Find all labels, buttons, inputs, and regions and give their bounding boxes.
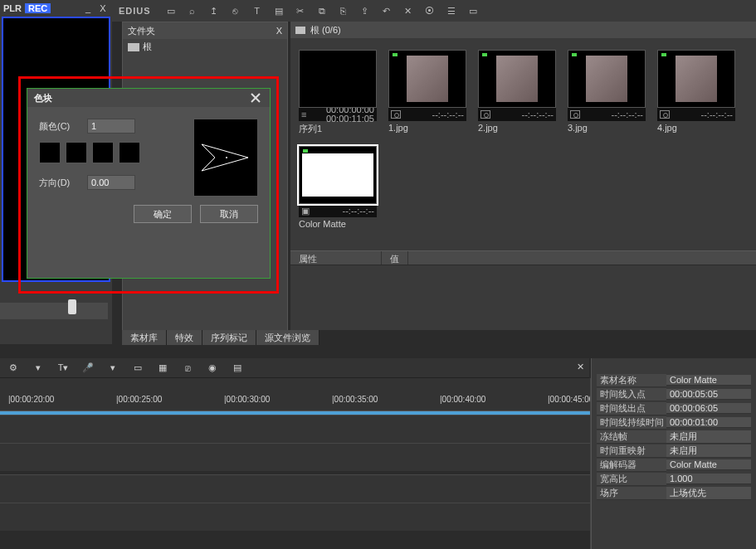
time-tick: |00:00:35:00 [332,395,378,404]
thumb-frame[interactable] [478,50,556,108]
layers-icon[interactable]: ▤ [272,4,285,17]
sequence-icon: ≡ [301,109,306,119]
color-swatch-4[interactable] [119,142,140,163]
bin-thumb[interactable]: --:--:--:--2.jpg [478,50,556,134]
undo-icon[interactable]: ↶ [380,4,393,17]
thumb-frame[interactable] [299,50,377,108]
thumb-frame[interactable] [388,50,466,108]
dialog-title: 色块 [34,92,52,104]
scissors-icon[interactable]: ✂ [294,4,307,17]
bin-tab[interactable]: 素材库 [122,330,167,345]
transform-icon[interactable]: ⎋ [229,4,242,17]
cancel-button[interactable]: 取消 [200,205,258,223]
info-row: 时间重映射未启用 [597,444,751,458]
info-value: 未启用 [666,445,751,458]
thumb-info: --:--:--:-- [657,108,735,121]
grid-icon[interactable]: ▦ [156,362,169,375]
mic-icon[interactable]: 🎤 [81,362,95,375]
bin-tab[interactable]: 特效 [167,330,202,345]
color-swatch-3[interactable] [92,142,114,163]
thumb-label: 1.jpg [388,123,466,134]
bin-thumb[interactable]: --:--:--:--1.jpg [388,50,466,134]
bin-header: 根 (0/6) [290,22,756,38]
online-dot [482,53,487,56]
record-icon[interactable]: ◉ [206,362,219,375]
bin-tab[interactable]: 源文件浏览 [256,330,319,345]
folder-root-item[interactable]: 根 [123,39,287,55]
cut-icon[interactable]: ✕ [402,4,415,17]
color-swatch-2[interactable] [66,142,87,163]
svg-point-1 [226,157,227,158]
thumb-frame[interactable] [568,50,646,108]
text-tool-icon[interactable]: T▾ [56,362,70,375]
info-row: 场序上场优先 [597,486,751,500]
track-a2[interactable] [0,503,590,531]
thumb-info: --:--:--:-- [568,108,646,121]
thumb-timecode: --:--:--:-- [432,109,464,119]
text-icon[interactable]: T [251,4,264,17]
sliders-icon[interactable]: ⎚ [181,362,194,375]
dialog-titlebar[interactable]: 色块 [27,89,270,107]
folder-panel-close[interactable]: X [276,26,282,36]
timeline-close-button[interactable]: ✕ [577,362,584,372]
bin-thumb[interactable]: ≡00:00:00:0000:00:11:05序列1 [299,50,377,134]
time-tick: |00:00:40:00 [440,395,485,404]
property-header-row: 属性 值 [290,250,756,265]
color-swatch-row [39,142,185,163]
thumb-info: ▣--:--:--:-- [299,204,377,217]
options-icon[interactable]: ▭ [466,4,480,17]
bin-thumb[interactable]: --:--:--:--3.jpg [568,50,646,134]
thumb-image [676,56,717,102]
time-tick: |00:00:30:00 [224,395,270,404]
bin-tabs: 素材库特效序列标记源文件浏览 [122,330,756,345]
gear-icon[interactable]: ⚙ [7,362,20,375]
align-icon[interactable]: ☰ [445,4,458,17]
zoom-slider-handle[interactable] [68,299,76,314]
top-toolbar: EDIUS ▭ ⌕ ↥ ⎋ T ▤ ✂ ⧉ ⎘ ⇪ ↶ ✕ ⦿ ☰ ▭ [112,0,756,22]
folder-icon[interactable]: ▭ [164,4,178,17]
import-icon[interactable]: ⇪ [358,4,372,17]
info-row: 冻结帧未启用 [597,430,751,444]
pointer-icon[interactable]: ↥ [207,4,221,17]
track-v2[interactable] [0,443,590,471]
direction-label: 方向(D) [39,177,80,189]
bin-thumb[interactable]: ▣--:--:--:--Color Matte [299,146,377,231]
magnifier-icon[interactable]: ⌕ [186,4,199,17]
group-icon[interactable]: ⦿ [423,4,437,17]
camera-icon [570,110,580,119]
close-button[interactable]: X [97,3,109,13]
dialog-close-button[interactable] [248,91,263,104]
thumb-timecode: --:--:--:-- [612,109,643,119]
camera-icon [480,110,490,119]
info-value: 1.000 [666,474,751,484]
thumb-frame[interactable] [299,146,377,204]
time-ruler[interactable]: |00:00:20:00|00:00:25:00|00:00:30:00|00:… [0,378,590,411]
thumb-frame[interactable] [657,50,735,108]
online-dot [393,53,398,56]
track-a1[interactable] [0,474,590,503]
chevron-down-icon[interactable]: ▾ [32,362,45,375]
color-count-input[interactable] [87,119,135,134]
minimize-button[interactable]: _ [82,3,94,13]
info-key: 时间线出点 [597,402,666,415]
chevron-down-icon[interactable]: ▾ [106,362,119,375]
info-value: 00:00:01:00 [666,417,751,428]
folder-icon [128,43,139,51]
zoom-slider-track[interactable] [0,303,108,319]
info-key: 编解码器 [597,459,666,472]
frame-icon[interactable]: ▭ [131,362,144,375]
folder-panel-header: 文件夹 X [123,22,287,39]
copy-icon[interactable]: ⧉ [315,4,329,17]
direction-input[interactable] [87,175,135,190]
bin-tab[interactable]: 序列标记 [202,330,256,345]
track-v1[interactable] [0,415,590,443]
player-titlebar: PLR REC _ X [0,0,112,17]
color-swatch-1[interactable] [39,142,61,163]
thumb-info: --:--:--:-- [478,108,556,121]
online-dot [303,149,308,153]
bin-thumb[interactable]: --:--:--:--4.jpg [657,50,735,134]
window-icon[interactable]: ▤ [231,362,244,375]
ok-button[interactable]: 确定 [134,205,192,223]
thumb-timecode: --:--:--:-- [701,109,733,119]
paste-icon[interactable]: ⎘ [337,4,350,17]
